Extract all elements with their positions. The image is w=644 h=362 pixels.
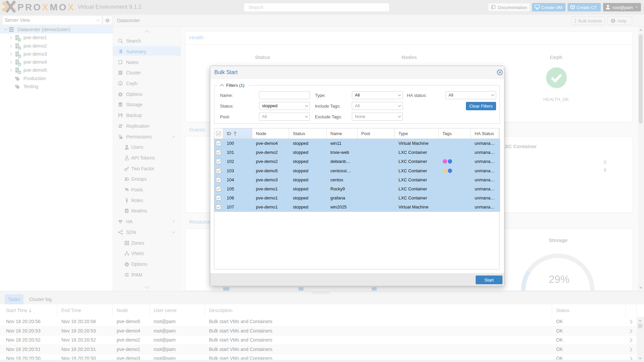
svg-text:?: ? — [612, 19, 614, 22]
